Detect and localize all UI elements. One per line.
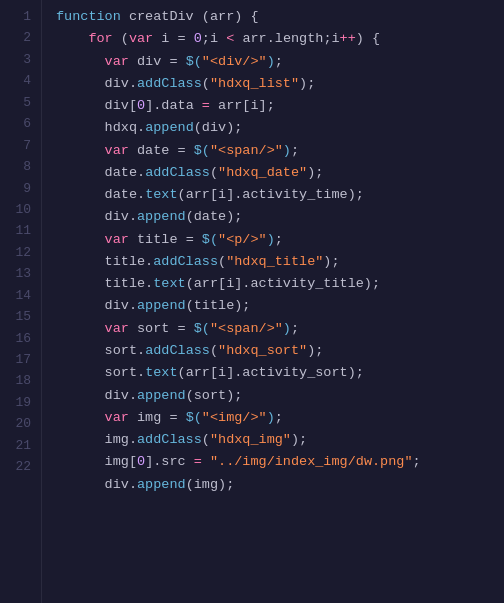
token-plain: ; xyxy=(275,232,283,247)
code-line: var date = $("<span/>"); xyxy=(56,140,504,162)
token-fn: ) xyxy=(267,54,275,69)
token-plain xyxy=(56,321,105,336)
token-param: arr xyxy=(210,9,234,24)
code-line: hdxq.append(div); xyxy=(56,117,504,139)
code-line: title.addClass("hdxq_title"); xyxy=(56,251,504,273)
token-plain: sort. xyxy=(56,343,145,358)
token-plain: (date); xyxy=(186,209,243,224)
code-line: date.text(arr[i].activity_time); xyxy=(56,184,504,206)
token-plain: ( xyxy=(113,31,129,46)
line-number: 16 xyxy=(0,328,41,349)
token-plain: ); xyxy=(307,343,323,358)
token-prop: addClass xyxy=(145,165,210,180)
line-number: 2 xyxy=(0,27,41,48)
code-line: var title = $("<p/>"); xyxy=(56,229,504,251)
token-plain: ( xyxy=(202,432,210,447)
code-line: div[0].data = arr[i]; xyxy=(56,95,504,117)
line-number: 9 xyxy=(0,178,41,199)
token-prop: append xyxy=(145,120,194,135)
token-plain: ; xyxy=(275,54,283,69)
token-plain: arr[i]; xyxy=(210,98,275,113)
code-content: function creatDiv (arr) { for (var i = 0… xyxy=(42,0,504,603)
token-prop: append xyxy=(137,209,186,224)
token-plain: ].src xyxy=(145,454,194,469)
code-line: div.append(date); xyxy=(56,206,504,228)
line-number: 4 xyxy=(0,70,41,91)
token-num: 0 xyxy=(137,454,145,469)
code-line: sort.text(arr[i].activity_sort); xyxy=(56,362,504,384)
token-plain: ( xyxy=(210,343,218,358)
token-op: = xyxy=(202,98,210,113)
token-kw: var xyxy=(105,143,129,158)
token-kw: var xyxy=(105,232,129,247)
code-line: sort.addClass("hdxq_sort"); xyxy=(56,340,504,362)
code-line: var img = $("<img/>"); xyxy=(56,407,504,429)
token-plain: ; xyxy=(413,454,421,469)
token-plain: sort. xyxy=(56,365,145,380)
token-plain: ) { xyxy=(234,9,258,24)
code-line: var sort = $("<span/>"); xyxy=(56,318,504,340)
token-str: "<img/>" xyxy=(202,410,267,425)
token-fn: $( xyxy=(194,321,210,336)
token-plain: ;i xyxy=(202,31,226,46)
token-plain: sort = xyxy=(129,321,194,336)
token-plain: div[ xyxy=(56,98,137,113)
token-plain xyxy=(56,410,105,425)
code-line: date.addClass("hdxq_date"); xyxy=(56,162,504,184)
line-number: 1 xyxy=(0,6,41,27)
line-number: 14 xyxy=(0,285,41,306)
code-line: function creatDiv (arr) { xyxy=(56,6,504,28)
token-prop: text xyxy=(145,365,177,380)
token-plain: ; xyxy=(291,321,299,336)
token-fn: ) xyxy=(283,321,291,336)
token-plain: img = xyxy=(129,410,186,425)
line-number: 13 xyxy=(0,263,41,284)
token-plain: div. xyxy=(56,209,137,224)
token-plain: ) { xyxy=(356,31,380,46)
code-line: for (var i = 0;i < arr.length;i++) { xyxy=(56,28,504,50)
token-fn: ) xyxy=(283,143,291,158)
token-plain xyxy=(56,232,105,247)
code-editor: 12345678910111213141516171819202122 func… xyxy=(0,0,504,603)
token-plain: hdxq. xyxy=(56,120,145,135)
line-number: 5 xyxy=(0,92,41,113)
token-plain: ); xyxy=(299,76,315,91)
token-num: 0 xyxy=(194,31,202,46)
line-number: 17 xyxy=(0,349,41,370)
token-fn: $( xyxy=(202,232,218,247)
token-plain: ( xyxy=(218,254,226,269)
line-number: 7 xyxy=(0,135,41,156)
token-str: "hdxq_list" xyxy=(210,76,299,91)
token-plain: ); xyxy=(323,254,339,269)
token-prop: addClass xyxy=(145,343,210,358)
token-prop: append xyxy=(137,477,186,492)
token-fn: function xyxy=(56,9,121,24)
code-line: div.append(sort); xyxy=(56,385,504,407)
line-number: 8 xyxy=(0,156,41,177)
token-op: ++ xyxy=(340,31,356,46)
token-plain: ( xyxy=(210,165,218,180)
token-fn: ) xyxy=(267,410,275,425)
line-number: 10 xyxy=(0,199,41,220)
line-number: 15 xyxy=(0,306,41,327)
token-str: "hdxq_date" xyxy=(218,165,307,180)
code-line: img[0].src = "../img/index_img/dw.png"; xyxy=(56,451,504,473)
token-plain: (arr[i].activity_title); xyxy=(186,276,380,291)
line-number: 6 xyxy=(0,113,41,134)
token-prop: text xyxy=(145,187,177,202)
token-str: "<span/>" xyxy=(210,143,283,158)
token-plain: ; xyxy=(275,410,283,425)
token-str: "<div/>" xyxy=(202,54,267,69)
line-number: 20 xyxy=(0,413,41,434)
token-plain: div. xyxy=(56,298,137,313)
token-str: "hdxq_title" xyxy=(226,254,323,269)
code-line: img.addClass("hdxq_img"); xyxy=(56,429,504,451)
token-plain xyxy=(56,143,105,158)
token-op: = xyxy=(194,454,202,469)
token-plain: date = xyxy=(129,143,194,158)
line-number: 19 xyxy=(0,392,41,413)
code-line: div.append(img); xyxy=(56,474,504,496)
code-line: div.addClass("hdxq_list"); xyxy=(56,73,504,95)
token-prop: addClass xyxy=(137,76,202,91)
token-kw: var xyxy=(105,321,129,336)
